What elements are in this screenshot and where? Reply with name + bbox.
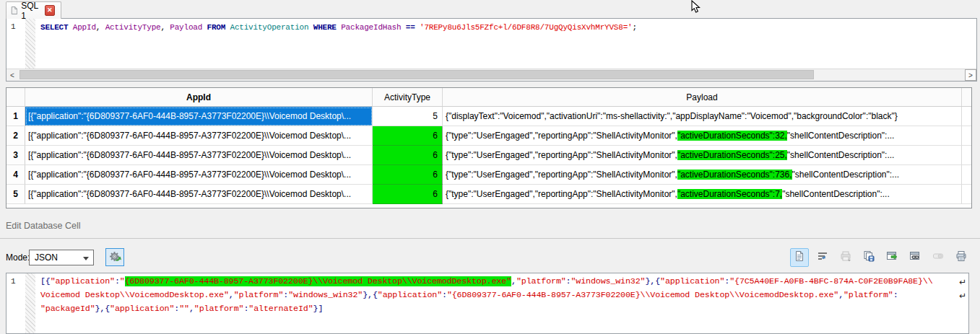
code-token: :	[442, 290, 447, 300]
payload-highlight: "activeDurationSeconds":7,	[677, 189, 782, 199]
mouse-cursor	[691, 0, 702, 14]
scroll-left-icon[interactable]: <	[6, 69, 18, 81]
tab-sql1[interactable]: SQL 1 ✕	[6, 1, 61, 19]
wrap-marker-icon: ↵	[959, 291, 966, 301]
sql-editor[interactable]: 1 SELECT AppId, ActivityType, Payload FR…	[6, 18, 977, 82]
payload-text: "shellContentDescription":...	[787, 150, 895, 160]
code-token: },{	[645, 276, 660, 286]
code-token: "platform"	[194, 304, 244, 314]
code-token: "{6D809377-6AF0-444B-8957-A3773F02200E}\…	[447, 290, 838, 300]
code-token: "application"	[110, 304, 174, 314]
table-row: 3[{"application":"{6D809377-6AF0-444B-89…	[6, 146, 971, 165]
appid-cell[interactable]: [{"application":"{6D809377-6AF0-444B-895…	[25, 185, 373, 204]
editor-line[interactable]: Voicemod Desktop\\VoicemodDesktop.exe","…	[40, 290, 964, 304]
word-wrap-icon	[817, 250, 828, 265]
print-button[interactable]	[952, 248, 971, 267]
sql-line-number: 1	[6, 19, 25, 69]
payload-cell[interactable]: {"type":"UserEngaged","reportingApp":"Sh…	[443, 126, 962, 146]
code-token: ,	[189, 304, 194, 314]
window-arrow-icon	[886, 250, 898, 265]
wrap-marker-icon: ↵	[959, 277, 966, 287]
auto-format-button[interactable]	[105, 248, 124, 266]
payload-text: "shellContentDescription":...	[787, 131, 895, 141]
appid-cell[interactable]: [{"application":"{6D809377-6AF0-444B-895…	[25, 126, 373, 146]
code-token: "alternateId"	[248, 304, 313, 314]
import-icon	[840, 250, 851, 265]
row-number[interactable]: 2	[6, 126, 25, 146]
results-body: 1[{"application":"{6D809377-6AF0-444B-89…	[6, 107, 971, 204]
code-token: "windows_win32"	[288, 290, 363, 300]
activitytype-cell[interactable]: 6	[373, 185, 443, 204]
sql-code-line[interactable]: SELECT AppId, ActivityType, Payload FROM…	[40, 23, 637, 32]
tab-label: SQL 1	[21, 1, 41, 21]
appid-cell[interactable]: [{"application":"{6D809377-6AF0-444B-895…	[25, 165, 373, 185]
code-token: Payload	[170, 23, 202, 32]
close-icon[interactable]: ✕	[45, 5, 55, 16]
payload-text: {"type":"UserEngaged","reportingApp":"Sh…	[446, 189, 677, 199]
row-number[interactable]: 1	[6, 107, 25, 126]
code-token: "{7C5A40EF-A0FB-4BFC-874A-C0F2E0B9FA8E}\…	[729, 276, 932, 286]
code-token: "platform"	[516, 276, 566, 286]
code-token: ActivityType	[105, 23, 161, 32]
cell-editor-lines[interactable]: [{"application":"{6D809377-6AF0-444B-895…	[40, 276, 964, 317]
dock-separator	[0, 238, 980, 239]
sql-hscrollbar[interactable]: < >	[6, 69, 976, 81]
code-token: "windows_win32"	[571, 276, 645, 286]
payload-text: {"type":"UserEngaged","reportingApp":"Sh…	[446, 150, 677, 160]
code-token: AppId	[73, 23, 96, 32]
code-token: FROM	[207, 23, 226, 32]
code-token: "platform"	[234, 290, 284, 300]
scroll-thumb[interactable]	[19, 70, 814, 79]
code-token: }]	[313, 304, 324, 314]
results-header-row: AppId ActivityType Payload	[6, 88, 971, 107]
code-token: "application"	[378, 290, 442, 300]
window-link-icon	[909, 250, 921, 265]
scroll-right-icon[interactable]: >	[965, 69, 976, 81]
save-button[interactable]	[859, 248, 878, 267]
cell-editor[interactable]: 1 [{"application":"{6D809377-6AF0-444B-8…	[6, 273, 969, 334]
code-token: PackageIdHash	[341, 23, 401, 32]
appid-cell[interactable]: [{"application":"{6D809377-6AF0-444B-895…	[25, 107, 373, 126]
gear-icon	[109, 251, 121, 263]
code-token: WHERE	[313, 23, 337, 32]
activitytype-cell[interactable]: 6	[373, 126, 443, 146]
code-token: "packageId"	[40, 304, 95, 314]
corner-header[interactable]	[6, 88, 25, 106]
mode-select[interactable]: JSON	[29, 250, 94, 265]
row-number[interactable]: 4	[6, 165, 25, 185]
open-window-button[interactable]	[883, 248, 901, 267]
table-row: 2[{"application":"{6D809377-6AF0-444B-89…	[6, 126, 971, 146]
payload-highlight: "activeDurationSeconds":736,	[677, 170, 792, 180]
table-row: 5[{"application":"{6D809377-6AF0-444B-89…	[6, 185, 971, 204]
table-row: 4[{"application":"{6D809377-6AF0-444B-89…	[6, 165, 971, 185]
payload-highlight: "activeDurationSeconds":32,	[677, 131, 787, 141]
header-payload[interactable]: Payload	[443, 88, 962, 106]
header-appid[interactable]: AppId	[25, 88, 373, 106]
payload-cell[interactable]: {"type":"UserEngaged","reportingApp":"Sh…	[443, 185, 962, 204]
editor-line[interactable]: [{"application":"{6D809377-6AF0-444B-895…	[40, 276, 964, 290]
editor-line[interactable]: "packageId"},{"application":"","platform…	[40, 304, 964, 317]
payload-cell[interactable]: {"type":"UserEngaged","reportingApp":"Sh…	[443, 146, 962, 165]
cell-toolbar	[790, 248, 971, 267]
code-token: "	[120, 276, 125, 286]
link-button[interactable]	[906, 248, 924, 267]
activitytype-cell[interactable]: 6	[373, 165, 443, 185]
activitytype-cell[interactable]: 6	[373, 146, 443, 165]
code-token: ,	[511, 276, 516, 286]
row-number[interactable]: 5	[6, 185, 25, 204]
document-icon	[11, 6, 17, 15]
payload-cell[interactable]: {"type":"UserEngaged","reportingApp":"Sh…	[443, 165, 962, 185]
header-activitytype[interactable]: ActivityType	[373, 88, 443, 106]
text-view-button[interactable]	[790, 248, 809, 267]
payload-text: {"type":"UserEngaged","reportingApp":"Sh…	[446, 131, 677, 141]
payload-cell[interactable]: {"displayText":"Voicemod","activationUri…	[443, 107, 962, 126]
row-number[interactable]: 3	[6, 146, 25, 165]
table-row: 1[{"application":"{6D809377-6AF0-444B-89…	[6, 107, 971, 126]
set-null-icon	[932, 250, 944, 265]
extra-cell	[962, 107, 971, 126]
appid-cell[interactable]: [{"application":"{6D809377-6AF0-444B-895…	[25, 146, 373, 165]
code-token: :	[893, 290, 898, 300]
word-wrap-button[interactable]	[813, 248, 832, 267]
results-table: AppId ActivityType Payload 1[{"applicati…	[6, 87, 972, 208]
activitytype-cell[interactable]: 5	[373, 107, 443, 126]
